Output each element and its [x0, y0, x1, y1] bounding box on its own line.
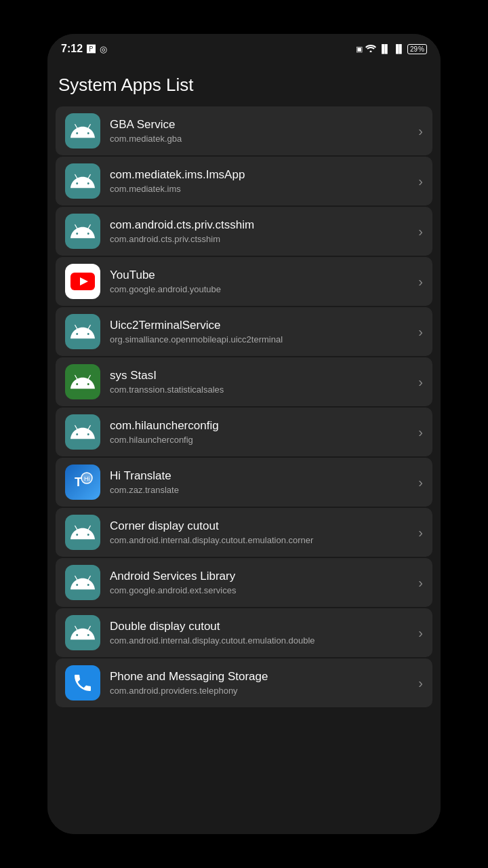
app-info: Hi Translate com.zaz.translate: [110, 469, 409, 495]
status-bar: 7:12 🅿 ◎ ▣ ▐▌ ▐▌ 29 %: [47, 34, 441, 64]
chevron-right-icon: ›: [418, 675, 423, 691]
app-icon: [65, 214, 100, 249]
wifi-icon: [365, 44, 376, 54]
battery-icon: 29 %: [407, 44, 427, 54]
app-icon: [65, 414, 100, 450]
app-package: com.android.internal.display.cutout.emul…: [110, 635, 409, 646]
app-list: GBA Service com.mediatek.gba › com.media…: [56, 106, 432, 707]
list-item[interactable]: Android Services Library com.google.andr…: [56, 558, 432, 607]
list-item[interactable]: com.mediatek.ims.ImsApp com.mediatek.ims…: [56, 157, 432, 205]
app-package: com.android.cts.priv.ctsshim: [110, 234, 409, 244]
app-icon: T Hi: [65, 465, 100, 500]
chevron-right-icon: ›: [418, 324, 423, 340]
app-package: com.transsion.statisticalsales: [110, 384, 409, 395]
chevron-right-icon: ›: [418, 575, 423, 591]
nfc-icon: ▣: [356, 45, 363, 54]
app-name: Corner display cutout: [110, 519, 409, 533]
svg-point-0: [369, 50, 371, 52]
list-item[interactable]: Double display cutout com.android.intern…: [56, 608, 432, 657]
app-package: com.google.android.youtube: [110, 284, 409, 294]
app-icon: [65, 364, 100, 399]
chevron-right-icon: ›: [418, 425, 423, 440]
chevron-right-icon: ›: [418, 174, 423, 189]
app-name: Phone and Messaging Storage: [110, 670, 409, 684]
app-name: GBA Service: [110, 118, 409, 132]
phone-frame: 7:12 🅿 ◎ ▣ ▐▌ ▐▌ 29 % System Apps List: [47, 34, 441, 834]
signal2-icon: ▐▌: [393, 44, 405, 54]
app-package: com.android.providers.telephony: [110, 686, 409, 696]
app-package: com.google.android.ext.services: [110, 585, 409, 595]
app-info: Corner display cutout com.android.intern…: [110, 519, 409, 545]
screen-content[interactable]: System Apps List GBA Service com.mediate…: [47, 64, 441, 834]
chevron-right-icon: ›: [418, 123, 423, 139]
app-package: com.mediatek.gba: [110, 134, 409, 144]
svg-text:Hi: Hi: [84, 475, 90, 482]
app-name: Hi Translate: [110, 469, 409, 483]
list-item[interactable]: YouTube com.google.android.youtube ›: [56, 257, 432, 306]
app-icon: [65, 515, 100, 550]
app-name: YouTube: [110, 269, 409, 282]
status-right: ▣ ▐▌ ▐▌ 29 %: [356, 44, 427, 54]
signal1-icon: ▐▌: [379, 44, 390, 54]
list-item[interactable]: T Hi Hi Translate com.zaz.translate ›: [56, 458, 432, 507]
list-item[interactable]: com.hilauncherconfig com.hilauncherconfi…: [56, 408, 432, 456]
app-name: com.android.cts.priv.ctsshim: [110, 218, 409, 232]
app-name: Android Services Library: [110, 570, 409, 583]
app-icon: [65, 665, 100, 701]
chevron-right-icon: ›: [418, 374, 423, 390]
app-info: Double display cutout com.android.intern…: [110, 620, 409, 646]
list-item[interactable]: Uicc2TerminalService org.simalliance.ope…: [56, 307, 432, 356]
chevron-right-icon: ›: [418, 475, 423, 490]
app-info: GBA Service com.mediatek.gba: [110, 118, 409, 144]
chevron-right-icon: ›: [418, 525, 423, 540]
list-item[interactable]: Corner display cutout com.android.intern…: [56, 508, 432, 557]
app-info: YouTube com.google.android.youtube: [110, 269, 409, 294]
location-icon: ◎: [100, 44, 107, 54]
app-info: Phone and Messaging Storage com.android.…: [110, 670, 409, 696]
app-package: com.mediatek.ims: [110, 184, 409, 194]
app-info: com.android.cts.priv.ctsshim com.android…: [110, 218, 409, 244]
list-item[interactable]: GBA Service com.mediatek.gba ›: [56, 106, 432, 155]
app-icon: [65, 565, 100, 600]
page-title: System Apps List: [56, 75, 432, 96]
app-info: Uicc2TerminalService org.simalliance.ope…: [110, 319, 409, 344]
app-icon: [65, 314, 100, 349]
app-package: org.simalliance.openmobileapi.uicc2termi…: [110, 334, 409, 344]
chevron-right-icon: ›: [418, 274, 423, 290]
chevron-right-icon: ›: [418, 224, 423, 239]
parking-icon: 🅿: [87, 44, 96, 54]
status-left: 7:12 🅿 ◎: [61, 43, 107, 55]
status-time: 7:12: [61, 43, 83, 55]
app-info: com.mediatek.ims.ImsApp com.mediatek.ims: [110, 168, 409, 194]
app-name: Uicc2TerminalService: [110, 319, 409, 332]
app-package: com.hilauncherconfig: [110, 435, 409, 445]
app-name: sys StasI: [110, 369, 409, 382]
app-name: Double display cutout: [110, 620, 409, 633]
app-info: Android Services Library com.google.andr…: [110, 570, 409, 595]
list-item[interactable]: Phone and Messaging Storage com.android.…: [56, 658, 432, 707]
app-name: com.hilauncherconfig: [110, 419, 409, 433]
list-item[interactable]: com.android.cts.priv.ctsshim com.android…: [56, 207, 432, 256]
app-package: com.zaz.translate: [110, 485, 409, 495]
app-info: sys StasI com.transsion.statisticalsales: [110, 369, 409, 395]
app-icon: [65, 615, 100, 650]
chevron-right-icon: ›: [418, 625, 423, 641]
app-icon: [65, 264, 100, 299]
app-name: com.mediatek.ims.ImsApp: [110, 168, 409, 182]
list-item[interactable]: sys StasI com.transsion.statisticalsales…: [56, 357, 432, 406]
app-icon: [65, 113, 100, 149]
app-package: com.android.internal.display.cutout.emul…: [110, 535, 409, 545]
app-icon: [65, 163, 100, 199]
app-info: com.hilauncherconfig com.hilauncherconfi…: [110, 419, 409, 445]
